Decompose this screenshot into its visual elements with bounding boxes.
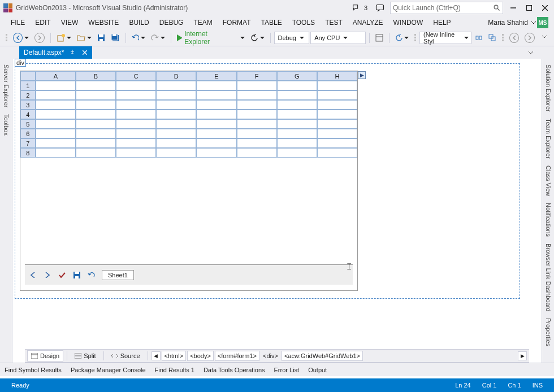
- cell[interactable]: [36, 119, 76, 129]
- style-combo[interactable]: (New Inline Styl: [419, 32, 471, 44]
- cell[interactable]: [277, 129, 317, 138]
- tag-selector[interactable]: div: [15, 59, 26, 67]
- row-header[interactable]: 3: [20, 100, 36, 110]
- path-html[interactable]: <html>: [162, 351, 187, 361]
- row-header[interactable]: 5: [20, 119, 36, 129]
- cell[interactable]: [317, 129, 357, 138]
- cell[interactable]: [277, 100, 317, 110]
- menu-debug[interactable]: DEBUG: [154, 19, 189, 27]
- cell[interactable]: [76, 148, 116, 158]
- output-tab-findresults[interactable]: Find Results 1: [155, 367, 194, 373]
- path-div[interactable]: <div>: [261, 351, 280, 361]
- path-gridweb[interactable]: <acw:GridWeb#GridWeb1>: [282, 351, 363, 361]
- grid-undo-button[interactable]: [87, 271, 96, 280]
- cell[interactable]: [317, 138, 357, 148]
- col-header[interactable]: F: [237, 71, 277, 81]
- cell[interactable]: [116, 90, 156, 100]
- col-header[interactable]: C: [116, 71, 156, 81]
- grid-smart-tag[interactable]: ▶: [358, 71, 366, 79]
- cell[interactable]: [36, 81, 76, 90]
- menu-help[interactable]: HELP: [428, 19, 456, 27]
- col-header[interactable]: G: [277, 71, 317, 81]
- col-header[interactable]: A: [36, 71, 76, 81]
- sidebar-solution-explorer[interactable]: Solution Explorer: [545, 61, 552, 115]
- cell[interactable]: [196, 100, 236, 110]
- output-tab-findsymbol[interactable]: Find Symbol Results: [5, 367, 62, 373]
- cell[interactable]: [116, 100, 156, 110]
- sidebar-properties[interactable]: Properties: [545, 315, 552, 350]
- output-tab-errorlist[interactable]: Error List: [274, 367, 300, 373]
- col-header[interactable]: E: [196, 71, 236, 81]
- cell[interactable]: [36, 100, 76, 110]
- undo-button[interactable]: [129, 32, 148, 44]
- grid-save-button[interactable]: [72, 271, 81, 280]
- user-name[interactable]: Maria Shahid: [484, 19, 531, 27]
- cell[interactable]: [277, 90, 317, 100]
- design-surface[interactable]: A B C D E F G H 1 2 3 4 5 6 7: [15, 63, 520, 299]
- cell[interactable]: [116, 81, 156, 90]
- output-tab-datatools[interactable]: Data Tools Operations: [204, 367, 265, 373]
- col-header[interactable]: B: [76, 71, 116, 81]
- col-header[interactable]: D: [156, 71, 196, 81]
- cell[interactable]: [116, 119, 156, 129]
- cell[interactable]: [76, 129, 116, 138]
- row-header[interactable]: 2: [20, 90, 36, 100]
- cell[interactable]: [196, 129, 236, 138]
- feedback-icon[interactable]: [373, 1, 387, 15]
- nav-back2-button[interactable]: [507, 32, 522, 44]
- layout-btn-1[interactable]: [473, 32, 485, 44]
- cell[interactable]: [116, 110, 156, 119]
- cell[interactable]: [76, 119, 116, 129]
- cell[interactable]: [196, 148, 236, 158]
- cell[interactable]: [156, 119, 196, 129]
- cell[interactable]: [317, 148, 357, 158]
- grid-corner[interactable]: [20, 71, 36, 81]
- cell[interactable]: [156, 90, 196, 100]
- path-body[interactable]: <body>: [187, 351, 214, 361]
- sidebar-notifications[interactable]: Notifications: [545, 199, 552, 240]
- cell[interactable]: [277, 138, 317, 148]
- gridweb-control[interactable]: A B C D E F G H 1 2 3 4 5 6 7: [20, 71, 358, 291]
- spreadsheet-grid[interactable]: A B C D E F G H 1 2 3 4 5 6 7: [20, 71, 357, 158]
- grid-next-button[interactable]: [43, 271, 52, 280]
- nav-fwd2-button[interactable]: [522, 32, 537, 44]
- config-combo[interactable]: Debug: [274, 32, 310, 44]
- row-header[interactable]: 4: [20, 110, 36, 119]
- cell[interactable]: [36, 90, 76, 100]
- new-project-button[interactable]: [54, 32, 73, 44]
- path-nav-fwd[interactable]: ▶: [518, 351, 527, 360]
- split-view-tab[interactable]: Split: [71, 350, 99, 361]
- quick-launch-input[interactable]: Quick Launch (Ctrl+Q): [390, 2, 503, 14]
- source-view-tab[interactable]: Source: [107, 350, 144, 361]
- sidebar-toolbox[interactable]: Toolbox: [3, 111, 10, 139]
- cell[interactable]: [277, 81, 317, 90]
- cell[interactable]: [76, 138, 116, 148]
- row-header[interactable]: 6: [20, 129, 36, 138]
- cell[interactable]: [76, 110, 116, 119]
- save-all-button[interactable]: [109, 32, 122, 44]
- document-tab-active[interactable]: Default.aspx*: [19, 46, 92, 59]
- cell[interactable]: [116, 138, 156, 148]
- platform-combo[interactable]: Any CPU: [310, 32, 366, 44]
- cell[interactable]: [156, 110, 196, 119]
- sidebar-browser-link[interactable]: Browser Link Dashboard: [545, 240, 552, 315]
- menu-team[interactable]: TEAM: [188, 19, 217, 27]
- browser-link-button[interactable]: [393, 32, 411, 44]
- output-tab-pmc[interactable]: Package Manager Console: [71, 367, 146, 373]
- sidebar-team-explorer[interactable]: Team Explorer: [545, 115, 552, 162]
- grid-submit-button[interactable]: [58, 271, 67, 280]
- cell[interactable]: [156, 138, 196, 148]
- cell[interactable]: [156, 148, 196, 158]
- open-button[interactable]: [75, 32, 94, 44]
- prop-window-button[interactable]: [373, 32, 386, 44]
- cell[interactable]: [36, 138, 76, 148]
- maximize-button[interactable]: [521, 1, 537, 15]
- cell[interactable]: [237, 81, 277, 90]
- close-button[interactable]: [537, 1, 553, 15]
- cell[interactable]: [196, 119, 236, 129]
- tab-dropdown[interactable]: [526, 46, 536, 59]
- pin-icon[interactable]: [68, 49, 76, 56]
- layout-btn-2[interactable]: [486, 32, 499, 44]
- cell[interactable]: [156, 100, 196, 110]
- cell[interactable]: [196, 90, 236, 100]
